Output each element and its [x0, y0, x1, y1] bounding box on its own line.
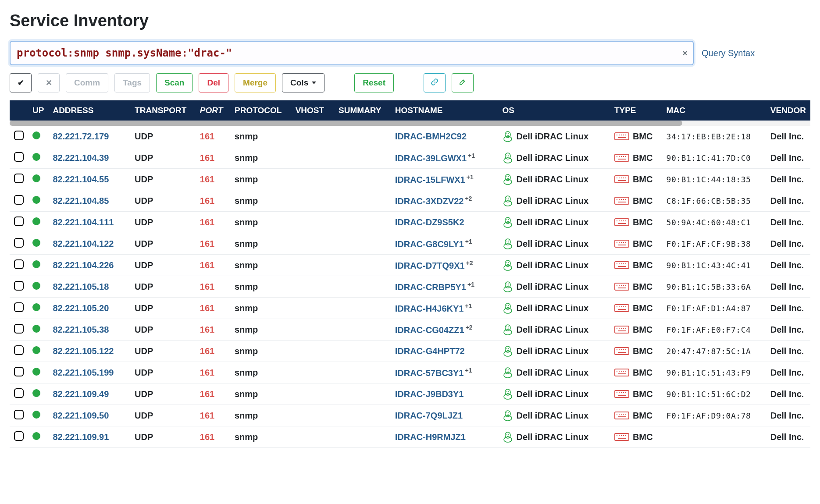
address-link[interactable]: 82.221.104.55: [53, 174, 109, 184]
col-port[interactable]: PORT: [196, 100, 230, 121]
hostname-link[interactable]: IDRAC-CG04ZZ1: [395, 325, 464, 335]
col-checkbox[interactable]: [10, 100, 28, 121]
search-input[interactable]: [11, 42, 693, 64]
comm-button[interactable]: Comm: [66, 73, 108, 92]
port-cell: 161: [196, 426, 230, 448]
row-checkbox[interactable]: [14, 345, 24, 355]
address-link[interactable]: 82.221.104.39: [53, 153, 109, 163]
type-label: BMC: [633, 260, 653, 270]
del-button[interactable]: Del: [199, 73, 228, 92]
type-cell: BMC: [614, 432, 658, 442]
edit-button[interactable]: [452, 73, 474, 92]
vhost-cell: [291, 383, 334, 405]
row-checkbox[interactable]: [14, 324, 24, 334]
hostname-link[interactable]: IDRAC-15LFWX1: [395, 175, 465, 185]
vhost-cell: [291, 341, 334, 362]
os-cell: Dell iDRAC Linux: [503, 259, 606, 271]
vendor-cell: Dell Inc.: [766, 190, 810, 212]
row-checkbox[interactable]: [14, 217, 24, 226]
row-checkbox[interactable]: [14, 259, 24, 269]
hostname-link[interactable]: IDRAC-J9BD3Y1: [395, 389, 464, 399]
hostname-link[interactable]: IDRAC-57BC3Y1: [395, 368, 464, 378]
table-row: 82.221.105.199UDP161snmpIDRAC-57BC3Y1+1D…: [10, 362, 810, 383]
status-up-icon: [32, 346, 40, 354]
hostname-link[interactable]: IDRAC-G8C9LY1: [395, 239, 464, 249]
row-checkbox[interactable]: [14, 238, 24, 248]
address-link[interactable]: 82.221.104.111: [53, 217, 114, 227]
os-label: Dell iDRAC Linux: [517, 346, 588, 356]
protocol-cell: snmp: [230, 319, 291, 341]
col-up[interactable]: UP: [28, 100, 48, 121]
address-link[interactable]: 82.221.104.226: [53, 260, 114, 270]
address-link[interactable]: 82.221.104.122: [53, 239, 114, 248]
address-link[interactable]: 82.221.109.91: [53, 432, 109, 442]
summary-cell: [334, 169, 391, 190]
col-summary[interactable]: SUMMARY: [334, 100, 391, 121]
row-checkbox[interactable]: [14, 431, 24, 441]
hostname-link[interactable]: IDRAC-39LGWX1: [395, 153, 467, 163]
address-link[interactable]: 82.221.105.18: [53, 282, 109, 291]
hostname-link[interactable]: IDRAC-BMH2C92: [395, 131, 467, 141]
address-link[interactable]: 82.221.105.38: [53, 325, 109, 334]
hostname-link[interactable]: IDRAC-DZ9S5K2: [395, 217, 464, 227]
link-button[interactable]: [424, 73, 446, 92]
row-checkbox[interactable]: [14, 302, 24, 312]
hostname-link[interactable]: IDRAC-D7TQ9X1: [395, 261, 465, 270]
os-label: Dell iDRAC Linux: [517, 260, 588, 270]
col-hostname[interactable]: HOSTNAME: [391, 100, 498, 121]
os-cell: Dell iDRAC Linux: [503, 130, 606, 142]
hostname-link[interactable]: IDRAC-3XDZV22: [395, 196, 464, 206]
row-checkbox[interactable]: [14, 281, 24, 291]
col-mac[interactable]: MAC: [662, 100, 766, 121]
hostname-link[interactable]: IDRAC-7Q9LJZ1: [395, 411, 463, 420]
cancel-button[interactable]: [38, 73, 60, 92]
hostname-link[interactable]: IDRAC-CRBP5Y1: [395, 282, 466, 292]
col-transport[interactable]: TRANSPORT: [130, 100, 196, 121]
vendor-cell: Dell Inc.: [766, 405, 810, 426]
linux-icon: [503, 259, 513, 271]
cols-dropdown[interactable]: Cols: [282, 73, 324, 92]
reset-button[interactable]: Reset: [354, 73, 394, 92]
hostname-link[interactable]: IDRAC-H4J6KY1: [395, 304, 464, 313]
address-link[interactable]: 82.221.104.85: [53, 196, 109, 206]
col-type[interactable]: TYPE: [610, 100, 662, 121]
address-link[interactable]: 82.221.105.122: [53, 346, 114, 356]
linux-icon: [503, 173, 513, 185]
hostname-link[interactable]: IDRAC-H9RMJZ1: [395, 432, 466, 442]
table-row: 82.221.109.49UDP161snmpIDRAC-J9BD3Y1Dell…: [10, 383, 810, 405]
row-checkbox[interactable]: [14, 367, 24, 376]
protocol-cell: snmp: [230, 383, 291, 405]
transport-cell: UDP: [130, 276, 196, 298]
row-checkbox[interactable]: [14, 174, 24, 183]
row-checkbox[interactable]: [14, 195, 24, 205]
clear-search-icon[interactable]: ×: [682, 48, 688, 58]
address-link[interactable]: 82.221.109.50: [53, 411, 109, 420]
row-checkbox[interactable]: [14, 152, 24, 162]
address-link[interactable]: 82.221.105.199: [53, 368, 114, 377]
type-cell: BMC: [614, 153, 658, 163]
transport-cell: UDP: [130, 362, 196, 383]
address-link[interactable]: 82.221.109.49: [53, 389, 109, 399]
col-protocol[interactable]: PROTOCOL: [230, 100, 291, 121]
horizontal-scrollbar[interactable]: [10, 121, 810, 126]
port-cell: 161: [196, 169, 230, 190]
scan-button[interactable]: Scan: [156, 73, 193, 92]
os-cell: Dell iDRAC Linux: [503, 345, 606, 357]
tags-button[interactable]: Tags: [114, 73, 150, 92]
row-checkbox[interactable]: [14, 388, 24, 398]
query-syntax-link[interactable]: Query Syntax: [702, 48, 755, 58]
col-os[interactable]: OS: [498, 100, 610, 121]
hostname-link[interactable]: IDRAC-G4HPT72: [395, 346, 465, 356]
table-row: 82.221.104.111UDP161snmpIDRAC-DZ9S5K2Del…: [10, 212, 810, 233]
col-address[interactable]: ADDRESS: [48, 100, 130, 121]
col-vendor[interactable]: VENDOR: [766, 100, 810, 121]
merge-button[interactable]: Merge: [235, 73, 276, 92]
row-checkbox[interactable]: [14, 131, 24, 140]
table-row: 82.221.104.39UDP161snmpIDRAC-39LGWX1+1De…: [10, 147, 810, 169]
status-up-icon: [32, 411, 40, 419]
apply-button[interactable]: [10, 73, 32, 92]
row-checkbox[interactable]: [14, 410, 24, 419]
address-link[interactable]: 82.221.72.179: [53, 131, 109, 141]
address-link[interactable]: 82.221.105.20: [53, 303, 109, 313]
col-vhost[interactable]: VHOST: [291, 100, 334, 121]
